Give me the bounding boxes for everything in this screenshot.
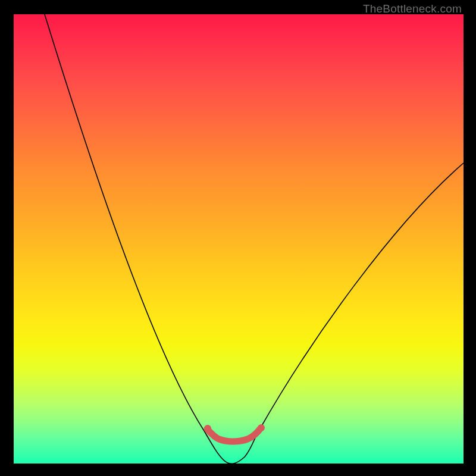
watermark-text: TheBottleneck.com <box>363 2 462 15</box>
floor-dot-right <box>258 424 265 431</box>
floor-band <box>207 429 260 441</box>
bottleneck-curve <box>45 14 464 464</box>
curve-svg <box>14 14 464 464</box>
chart-stage: TheBottleneck.com <box>0 0 476 476</box>
floor-dot-left <box>204 425 211 432</box>
plot-area <box>14 14 464 464</box>
